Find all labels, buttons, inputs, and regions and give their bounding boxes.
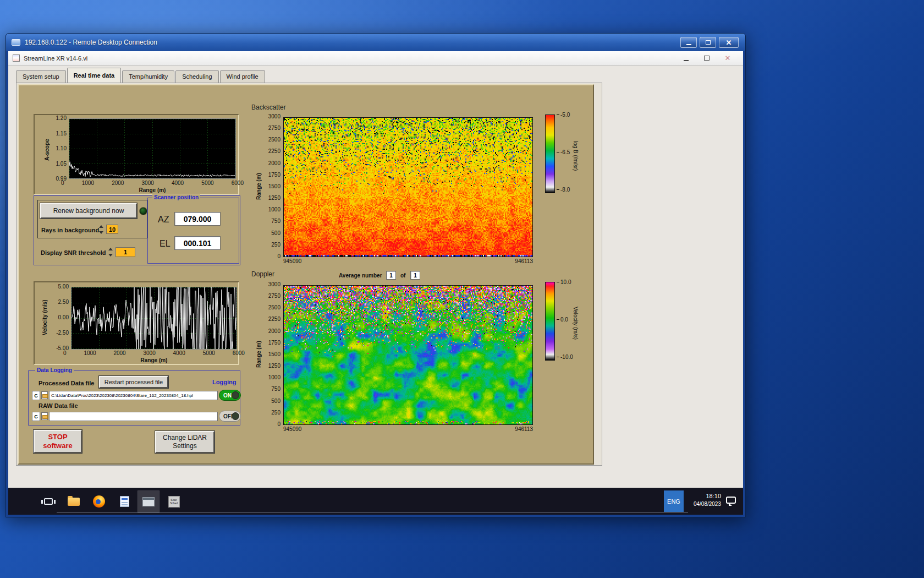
az-value[interactable]: 079.000	[174, 212, 221, 226]
tick-label: 500	[271, 399, 280, 404]
average-of-value[interactable]: 1	[410, 271, 420, 280]
scanner-position-group: Scanner position AZ 079.000 EL 000.101	[147, 198, 239, 264]
front-panel: A-scope 1.201.151.101.050.99 01000200030…	[18, 84, 594, 465]
rdp-window-title: 192.168.0.122 - Remote Desktop Connectio…	[25, 39, 157, 46]
language-indicator[interactable]: ENG	[664, 490, 684, 512]
velocity-plot	[71, 287, 237, 350]
raw-logging-toggle[interactable]: OFF	[219, 411, 241, 422]
change-settings-label-line2: Settings	[173, 442, 196, 450]
scan-scheduler-icon: Scan Sched	[168, 496, 180, 508]
tick-label: 6000	[233, 351, 245, 356]
tick-label: -10.0	[557, 355, 573, 360]
doppler-x-ticks: 945090 946113	[283, 427, 533, 432]
task-view-button[interactable]	[38, 491, 59, 512]
snr-spinner[interactable]	[108, 248, 114, 257]
tick-label: 250	[271, 410, 280, 416]
el-value[interactable]: 000.101	[174, 236, 221, 250]
data-logging-group: Data Logging Processed Data file Restart…	[28, 370, 240, 426]
tick-label: 2000	[268, 161, 280, 166]
browse-file-icon[interactable]	[41, 412, 48, 420]
ascope-y-ticks: 1.201.151.101.050.99	[50, 116, 67, 182]
browse-file-icon[interactable]	[41, 391, 48, 399]
tick-label: 0.00	[58, 315, 69, 320]
tick-label: 2750	[268, 293, 280, 299]
doppler-x-start: 945090	[283, 427, 301, 432]
backscatter-x-ticks: 945090 946113	[283, 259, 533, 264]
tick-label: 1000	[268, 207, 280, 212]
tab-wind-profile[interactable]: Wind profile	[220, 70, 265, 83]
tab-page: A-scope 1.201.151.101.050.99 01000200030…	[16, 83, 602, 466]
taskbar-clock[interactable]: 18:10 04/08/2023	[686, 492, 721, 508]
change-lidar-settings-button[interactable]: Change LiDAR Settings	[155, 431, 215, 453]
desktop-background: 192.168.0.122 - Remote Desktop Connectio…	[0, 0, 924, 578]
streamline-app-button[interactable]	[138, 491, 159, 512]
tick-label: 2250	[268, 149, 280, 154]
tick-label: 0	[63, 351, 67, 356]
velocity-trace	[72, 287, 237, 349]
rays-spinner[interactable]	[99, 225, 105, 234]
document-app-button[interactable]	[114, 491, 135, 512]
tick-label: 1500	[268, 352, 280, 357]
notification-icon[interactable]	[726, 497, 736, 504]
tick-label: 1.15	[56, 131, 67, 137]
processed-data-file-path[interactable]: C:\Lidar\Data\Proc\2023\202308\20230804\…	[49, 391, 218, 400]
scanner-position-title: Scanner position	[152, 194, 200, 201]
raw-drive-selector[interactable]: C	[32, 412, 40, 421]
tick-label: 1500	[268, 184, 280, 189]
firefox-icon	[93, 495, 105, 508]
doppler-y-axis-label: Range (m)	[255, 285, 262, 424]
tick-label: 3000	[144, 351, 156, 356]
task-view-icon	[44, 498, 53, 505]
processed-logging-toggle[interactable]: ON	[219, 390, 241, 401]
tab-temp-humidity[interactable]: Temp/humidity	[122, 70, 174, 83]
restart-processed-file-button[interactable]: Restart processed file	[99, 376, 168, 388]
tick-label: 1250	[268, 195, 280, 201]
snr-threshold-value[interactable]: 1	[116, 247, 135, 257]
rdp-maximize-button[interactable]	[700, 37, 716, 48]
minimize-icon	[686, 44, 691, 45]
tab-system-setup[interactable]: System setup	[16, 70, 66, 83]
tick-label: 750	[271, 386, 280, 392]
rdp-close-button[interactable]: ✕	[719, 37, 739, 48]
doppler-heatmap	[284, 286, 532, 424]
minimize-icon	[684, 60, 689, 61]
processed-drive-selector[interactable]: C	[32, 391, 40, 400]
tick-label: 5000	[201, 181, 213, 186]
app-window-icon	[142, 497, 155, 506]
velocity-x-axis-label: Range (m)	[71, 357, 237, 363]
tick-label: 5.00	[58, 284, 69, 290]
taskbar-separator-line	[57, 512, 688, 513]
app-restore-button[interactable]	[700, 53, 713, 63]
rays-in-background-value[interactable]: 10	[106, 225, 118, 234]
firefox-button[interactable]	[89, 491, 109, 512]
tick-label: 1000	[268, 375, 280, 380]
app-close-button[interactable]: ✕	[721, 53, 734, 63]
labview-vi-icon	[13, 54, 20, 62]
decrement-icon	[99, 231, 103, 234]
raw-data-file-path[interactable]	[49, 412, 218, 421]
renew-background-group: Renew background now Rays in background …	[37, 200, 147, 238]
renew-background-button[interactable]: Renew background now	[40, 203, 137, 219]
tab-scheduling[interactable]: Scheduling	[175, 70, 218, 83]
rdp-titlebar[interactable]: 192.168.0.122 - Remote Desktop Connectio…	[6, 34, 745, 51]
app-minimize-button[interactable]	[679, 53, 692, 63]
az-label: AZ	[158, 215, 169, 225]
clock-date: 04/08/2023	[686, 500, 721, 508]
app-titlebar[interactable]: StreamLine XR v14-6.vi ✕	[8, 51, 743, 66]
remote-desktop-icon	[12, 39, 20, 46]
tick-label: 2000	[268, 329, 280, 334]
data-logging-title: Data Logging	[35, 367, 74, 374]
average-number-value[interactable]: 1	[386, 271, 396, 280]
tick-label: 3000	[142, 181, 154, 186]
file-explorer-button[interactable]	[63, 491, 84, 512]
tick-label: 2000	[113, 351, 125, 356]
ascope-trace	[69, 119, 235, 178]
ascope-x-axis-label: Range (m)	[69, 187, 236, 193]
stop-software-button[interactable]: STOP software	[34, 430, 82, 453]
scan-scheduler-button[interactable]: Scan Sched	[163, 491, 184, 512]
tick-label: 1000	[82, 181, 94, 186]
rdp-minimize-button[interactable]	[680, 37, 697, 48]
tick-label: 250	[271, 242, 280, 248]
tab-real-time-data[interactable]: Real time data	[67, 68, 122, 83]
toggle-knob	[232, 391, 239, 399]
